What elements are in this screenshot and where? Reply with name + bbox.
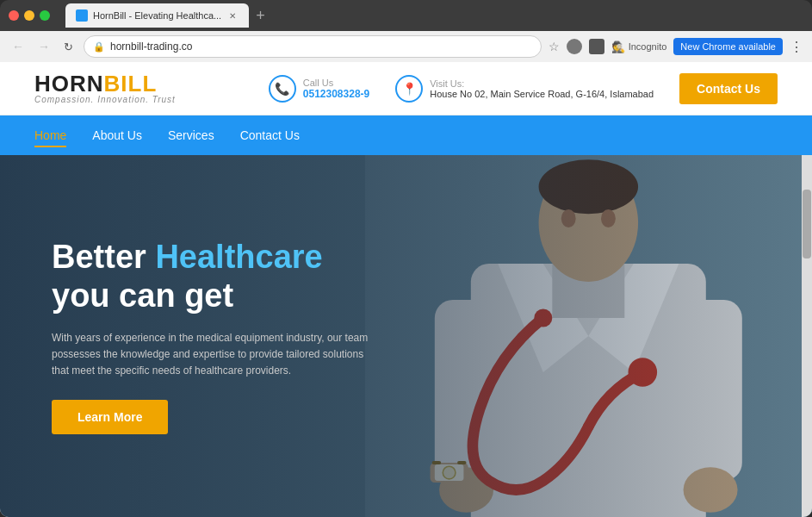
- traffic-lights: [9, 10, 50, 21]
- reload-button[interactable]: ↻: [60, 39, 77, 55]
- nav-items: Home About Us Services Contact Us: [34, 128, 300, 143]
- tab-title: HornBill - Elevating Healthca...: [93, 10, 221, 21]
- header-contact: 📞 Call Us 0512308328-9 📍 Visit Us: House…: [269, 73, 778, 104]
- visit-label: Visit Us:: [430, 78, 654, 89]
- tab-bar: HornBill - Elevating Healthca... ✕ +: [65, 3, 803, 28]
- nav-contact-link[interactable]: Contact Us: [240, 125, 300, 146]
- scrollbar-thumb[interactable]: [803, 190, 811, 258]
- logo-tagline: Compassion. Innovation. Trust: [34, 95, 176, 104]
- new-tab-button[interactable]: +: [252, 7, 269, 25]
- minimize-window-button[interactable]: [24, 10, 34, 21]
- phone-info: Call Us 0512308328-9: [303, 78, 369, 100]
- address-info: Visit Us: House No 02, Main Service Road…: [430, 78, 654, 99]
- extensions-icon[interactable]: [589, 39, 604, 54]
- nav-about[interactable]: About Us: [92, 128, 142, 143]
- learn-more-button[interactable]: Learn More: [52, 400, 168, 434]
- location-icon: 📍: [395, 75, 423, 103]
- phone-contact: 📞 Call Us 0512308328-9: [269, 75, 369, 103]
- incognito-label: Incognito: [629, 41, 667, 52]
- scrollbar[interactable]: [802, 155, 812, 517]
- hero-title: Better Healthcare you can get: [52, 238, 379, 316]
- tab-favicon: [76, 9, 88, 22]
- nav-contact[interactable]: Contact Us: [240, 128, 300, 143]
- logo-horn: HORN: [34, 71, 104, 97]
- address-text: House No 02, Main Service Road, G-16/4, …: [430, 89, 654, 99]
- bookmark-icon[interactable]: ☆: [549, 40, 560, 53]
- back-button[interactable]: ←: [9, 38, 28, 55]
- logo-text: HORNBILL: [34, 72, 176, 95]
- url-text: hornbill-trading.co: [110, 40, 192, 53]
- nav-services[interactable]: Services: [168, 128, 214, 143]
- hero-title-part2: Healthcare: [155, 239, 322, 275]
- logo: HORNBILL Compassion. Innovation. Trust: [34, 72, 176, 104]
- nav-home-link[interactable]: Home: [34, 125, 66, 147]
- contact-us-button[interactable]: Contact Us: [679, 73, 778, 104]
- phone-number: 0512308328-9: [303, 88, 369, 100]
- active-tab[interactable]: HornBill - Elevating Healthca... ✕: [65, 3, 249, 28]
- phone-icon: 📞: [269, 75, 296, 103]
- nav-about-link[interactable]: About Us: [92, 125, 142, 146]
- maximize-window-button[interactable]: [40, 10, 50, 21]
- new-chrome-button[interactable]: New Chrome available: [673, 38, 783, 55]
- browser-toolbar-right: ☆ 🕵 Incognito New Chrome available ⋮: [549, 38, 803, 55]
- logo-bill: BILL: [104, 71, 158, 97]
- hero-title-part1: Better: [52, 239, 155, 275]
- nav-services-link[interactable]: Services: [168, 125, 214, 146]
- call-label: Call Us: [303, 78, 369, 88]
- hero-description: With years of experience in the medical …: [52, 330, 379, 380]
- close-window-button[interactable]: [9, 10, 19, 21]
- site-nav: Home About Us Services Contact Us: [0, 115, 812, 155]
- profile-icon[interactable]: [567, 39, 582, 54]
- url-box[interactable]: 🔒 hornbill-trading.co: [84, 35, 542, 58]
- website-content: HORNBILL Compassion. Innovation. Trust 📞…: [0, 62, 812, 517]
- address-bar: ← → ↻ 🔒 hornbill-trading.co ☆ 🕵 Incognit…: [0, 31, 812, 62]
- hero-title-line2: you can get: [52, 277, 233, 314]
- site-header: HORNBILL Compassion. Innovation. Trust 📞…: [0, 62, 812, 115]
- security-icon: 🔒: [93, 41, 105, 53]
- address-contact: 📍 Visit Us: House No 02, Main Service Ro…: [395, 75, 654, 103]
- incognito-area: 🕵 Incognito: [611, 40, 667, 53]
- hero-section: Better Healthcare you can get With years…: [0, 155, 812, 517]
- tab-close-button[interactable]: ✕: [226, 9, 239, 22]
- hero-content: Better Healthcare you can get With years…: [0, 203, 431, 470]
- browser-menu-button[interactable]: ⋮: [790, 39, 803, 55]
- incognito-icon: 🕵: [611, 40, 625, 53]
- nav-home[interactable]: Home: [34, 128, 66, 143]
- forward-button[interactable]: →: [34, 38, 53, 55]
